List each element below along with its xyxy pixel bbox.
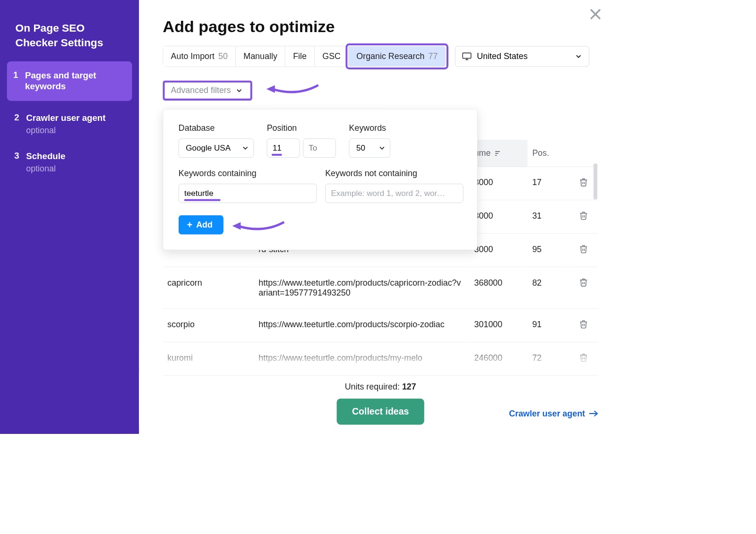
keywords-not-containing-value[interactable] xyxy=(331,189,457,198)
cell-volume: 301000 xyxy=(470,309,528,342)
trash-icon[interactable] xyxy=(579,278,588,287)
step-label: Schedule xyxy=(26,151,65,162)
cell-keyword: scorpio xyxy=(163,309,254,342)
position-to-value[interactable] xyxy=(309,144,330,153)
step-number: 3 xyxy=(11,151,19,161)
close-icon[interactable] xyxy=(588,7,603,22)
cell-pos: 31 xyxy=(528,200,569,234)
chevron-down-icon xyxy=(235,87,242,94)
table-row: kuromihttps://www.teeturtle.com/products… xyxy=(163,342,598,375)
sort-icon xyxy=(495,151,501,157)
settings-sidebar: On Page SEO Checker Settings 1 Pages and… xyxy=(0,0,139,434)
cell-delete[interactable] xyxy=(569,309,598,342)
sidebar-step-3[interactable]: 3 Schedule optional xyxy=(0,143,139,181)
database-select[interactable]: Google USA xyxy=(179,138,254,158)
cell-volume: 3000 xyxy=(470,200,528,234)
tab-count: 50 xyxy=(218,51,228,61)
keywords-count-field: Keywords 50 xyxy=(349,123,391,158)
cell-keyword: kuromi xyxy=(163,342,254,375)
keywords-not-containing-label: Keywords not containing xyxy=(325,169,464,178)
tab-label: Manually xyxy=(243,51,277,61)
cell-pos: 82 xyxy=(528,267,569,309)
step-sublabel: optional xyxy=(26,126,105,136)
tab-count: 77 xyxy=(429,51,438,61)
keywords-containing-field: Keywords containing xyxy=(179,169,317,203)
table-row: capricornhttps://www.teeturtle.com/produ… xyxy=(163,267,598,309)
database-label: Database xyxy=(179,123,254,133)
cell-volume: 3000 xyxy=(470,233,528,267)
add-button[interactable]: + Add xyxy=(179,215,223,235)
keywords-not-containing-input[interactable] xyxy=(325,184,464,203)
svg-rect-8 xyxy=(495,153,498,154)
step-number: 2 xyxy=(11,112,19,123)
chevron-down-icon xyxy=(378,144,386,152)
trash-icon[interactable] xyxy=(579,353,588,363)
tab-gsc[interactable]: GSC xyxy=(315,46,349,66)
trash-icon[interactable] xyxy=(579,320,588,329)
cell-delete[interactable] xyxy=(569,267,598,309)
step-label: Pages and target keywords xyxy=(25,70,124,93)
cell-url: https://www.teeturtle.com/products/my-me… xyxy=(254,342,470,375)
annotation-arrow-icon xyxy=(232,218,286,234)
plus-icon: + xyxy=(187,220,192,229)
page-title: Add pages to optimize xyxy=(163,17,598,36)
svg-rect-2 xyxy=(463,53,471,58)
chevron-down-icon xyxy=(575,53,582,60)
arrow-right-icon xyxy=(589,410,598,417)
trash-icon[interactable] xyxy=(579,178,588,187)
sidebar-title: On Page SEO Checker Settings xyxy=(0,21,139,61)
database-field: Database Google USA xyxy=(179,123,254,158)
keywords-count-select[interactable]: 50 xyxy=(349,138,391,158)
svg-rect-7 xyxy=(495,151,500,152)
cell-delete[interactable] xyxy=(569,342,598,375)
advanced-filters-toggle[interactable]: Advanced filters xyxy=(163,81,252,101)
tab-label: Organic Research xyxy=(356,51,424,61)
tab-manually[interactable]: Manually xyxy=(236,46,285,66)
database-value: Google USA xyxy=(186,144,231,153)
keywords-containing-input[interactable] xyxy=(179,184,317,203)
trash-icon[interactable] xyxy=(579,245,588,254)
cell-volume: 246000 xyxy=(470,342,528,375)
annotation-arrow-icon xyxy=(266,81,320,97)
country-select[interactable]: United States xyxy=(455,46,589,67)
cell-delete[interactable] xyxy=(569,200,598,234)
country-label: United States xyxy=(477,51,527,61)
column-volume[interactable]: ume xyxy=(470,140,528,167)
step-label: Crawler user agent xyxy=(26,112,105,124)
cell-delete[interactable] xyxy=(569,233,598,267)
keywords-count-value: 50 xyxy=(356,144,365,153)
svg-rect-9 xyxy=(495,155,497,156)
sidebar-step-2[interactable]: 2 Crawler user agent optional xyxy=(0,105,139,143)
tab-auto-import[interactable]: Auto Import 50 xyxy=(163,46,236,66)
next-step-link[interactable]: Crawler user agent xyxy=(509,408,598,418)
svg-marker-5 xyxy=(266,85,275,93)
sidebar-step-1[interactable]: 1 Pages and target keywords xyxy=(7,61,132,101)
chevron-down-icon xyxy=(242,144,249,152)
step-number: 1 xyxy=(11,70,18,80)
footer: Units required: 127 Collect ideas Crawle… xyxy=(139,373,614,425)
position-from-input[interactable] xyxy=(267,138,300,158)
position-label: Position xyxy=(267,123,336,133)
column-pos[interactable]: Pos. xyxy=(528,140,569,167)
cell-pos: 95 xyxy=(528,233,569,267)
scrollbar[interactable] xyxy=(593,163,597,199)
tab-file[interactable]: File xyxy=(285,46,315,66)
tab-organic-research[interactable]: Organic Research 77 xyxy=(349,46,446,66)
next-step-label: Crawler user agent xyxy=(509,408,585,418)
cell-keyword: capricorn xyxy=(163,267,254,309)
position-from-value[interactable] xyxy=(273,144,294,153)
cell-pos: 72 xyxy=(528,342,569,375)
keywords-not-containing-field: Keywords not containing xyxy=(325,169,464,203)
cell-pos: 91 xyxy=(528,309,569,342)
position-field: Position xyxy=(267,123,336,158)
collect-ideas-button[interactable]: Collect ideas xyxy=(337,398,424,424)
advanced-filters-panel: Database Google USA Position xyxy=(163,109,478,250)
main-panel: Add pages to optimize Auto Import 50 Man… xyxy=(139,0,614,434)
step-sublabel: optional xyxy=(26,164,65,174)
tab-label: File xyxy=(293,51,307,61)
cell-volume: 368000 xyxy=(470,267,528,309)
tab-label: GSC xyxy=(322,51,341,61)
trash-icon[interactable] xyxy=(579,211,588,220)
position-to-input[interactable] xyxy=(303,138,336,158)
keywords-containing-value[interactable] xyxy=(184,189,311,198)
